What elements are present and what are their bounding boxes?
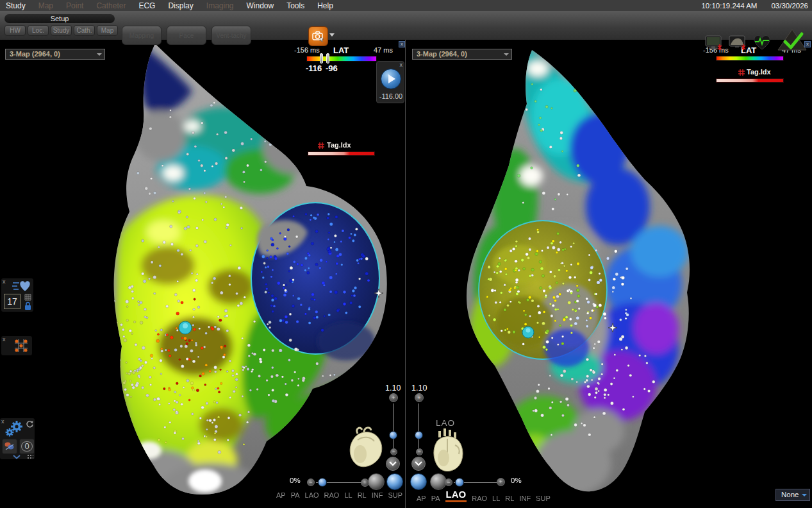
- lock-icon[interactable]: [24, 301, 32, 310]
- widget-expand-chevron-icon[interactable]: [13, 455, 21, 459]
- reset-rotation-icon[interactable]: [26, 420, 34, 428]
- chevron-down-icon: [389, 461, 397, 466]
- orient-sup[interactable]: SUP: [536, 495, 551, 502]
- date-display: 03/30/2026: [771, 2, 808, 10]
- rotate-cursor-icon: [374, 288, 384, 298]
- monitor-status-icon[interactable]: [705, 35, 723, 51]
- setup-button-group: HW Loc. Study Cath. Map: [4, 25, 118, 36]
- orient-ll[interactable]: LL: [492, 495, 500, 502]
- menu-catheter: Catheter: [90, 1, 131, 11]
- pan-minus-button[interactable]: −: [307, 478, 315, 486]
- clip-plane-panel: x -116.00: [376, 61, 404, 103]
- right-map-viewport[interactable]: x 3-Map (2964, 0) -156 ms LAT 47 ms Tag.…: [406, 40, 812, 508]
- tag-idx-label: Tag.Idx: [327, 141, 351, 149]
- catheter-tool-tile[interactable]: [2, 439, 17, 454]
- map-selector-dropdown[interactable]: 3-Map (2964, 0): [412, 49, 512, 60]
- gears-icon[interactable]: [5, 419, 24, 437]
- tag-grid-icon: [738, 69, 745, 76]
- zoom-value: 1.10: [385, 384, 401, 393]
- orient-rl[interactable]: RL: [358, 491, 367, 499]
- menu-study[interactable]: Study: [0, 1, 31, 11]
- snapshot-dropdown-chevron-icon[interactable]: [329, 33, 335, 37]
- orient-rl[interactable]: RL: [505, 495, 514, 502]
- cath-button[interactable]: Cath.: [74, 25, 95, 36]
- pan-slider-handle[interactable]: [318, 478, 327, 487]
- study-button[interactable]: Study: [51, 25, 72, 36]
- menu-ecg[interactable]: ECG: [133, 1, 161, 11]
- orient-inf[interactable]: INF: [372, 491, 383, 499]
- orient-ap[interactable]: AP: [276, 491, 286, 499]
- map-button[interactable]: Map: [97, 25, 118, 36]
- orient-rao[interactable]: RAO: [472, 495, 487, 502]
- right-3d-map[interactable]: [406, 40, 812, 508]
- orient-pa[interactable]: PA: [291, 491, 300, 499]
- zoom-in-button[interactable]: +: [389, 393, 398, 402]
- ecg-heart-status-icon[interactable]: [752, 34, 772, 51]
- settings-widget: x 0: [0, 418, 35, 459]
- menu-display[interactable]: Display: [162, 1, 199, 11]
- imaging-status-icon[interactable]: [729, 35, 747, 51]
- lat-low-slider-handle[interactable]: [320, 53, 323, 64]
- clip-panel-close-button[interactable]: x: [400, 62, 403, 68]
- orient-ap[interactable]: AP: [417, 495, 426, 502]
- pan-value: 0%: [290, 477, 301, 484]
- loc-button[interactable]: Loc.: [28, 25, 49, 36]
- system-check-status-icon[interactable]: [777, 29, 807, 51]
- lat-max-label: 47 ms: [374, 46, 393, 54]
- grid-icon[interactable]: [24, 294, 31, 301]
- tags-widget: x: [1, 336, 32, 355]
- rotation-sphere-button[interactable]: [368, 473, 385, 490]
- zoom-slider-handle[interactable]: [415, 431, 423, 439]
- pan-slider-handle[interactable]: [455, 478, 464, 487]
- orient-inf[interactable]: INF: [519, 495, 531, 502]
- counter-tile[interactable]: 0: [19, 439, 35, 454]
- pan-minus-button[interactable]: −: [445, 478, 452, 486]
- viewport-close-button[interactable]: x: [399, 41, 405, 47]
- vent-tachy-module-button: Vent-tachy: [211, 26, 251, 45]
- zoom-collapse-button[interactable]: [386, 457, 400, 471]
- orient-pa[interactable]: PA: [431, 495, 440, 502]
- lat-high-slider-handle[interactable]: [326, 53, 329, 64]
- zoom-collapse-button[interactable]: [411, 457, 426, 471]
- lat-color-scale[interactable]: [306, 56, 377, 62]
- menu-tools[interactable]: Tools: [281, 1, 310, 11]
- orient-lao-active[interactable]: LAO: [445, 489, 467, 502]
- play-button[interactable]: [381, 69, 401, 89]
- heart-orientation-icon[interactable]: [345, 425, 385, 472]
- zoom-out-button[interactable]: −: [416, 448, 423, 455]
- orient-rao[interactable]: RAO: [324, 491, 340, 499]
- globe-orientation-button[interactable]: [410, 473, 427, 490]
- settings-widget-close-button[interactable]: x: [1, 418, 4, 425]
- pan-value: 0%: [511, 477, 522, 484]
- orientation-bar: AP PA LAO RAO LL RL INF SUP: [276, 491, 402, 499]
- orient-ll[interactable]: LL: [344, 491, 352, 499]
- left-map-viewport[interactable]: x 3-Map (2964, 0) -156 ms LAT 47 ms -116…: [0, 40, 406, 508]
- fam-threshold-value[interactable]: 17: [4, 294, 21, 309]
- rotate-cursor-icon: [608, 323, 618, 333]
- fast-mapping-heart-icon: [12, 280, 31, 292]
- lat-color-scale[interactable]: [716, 56, 784, 61]
- zoom-slider-handle[interactable]: [389, 431, 397, 439]
- resize-grip[interactable]: [27, 454, 33, 459]
- menu-help[interactable]: Help: [311, 1, 339, 11]
- menu-window[interactable]: Window: [241, 1, 280, 11]
- fam-widget-close-button[interactable]: x: [3, 278, 6, 285]
- clip-value: -116.00: [377, 92, 405, 100]
- setup-tab[interactable]: Setup: [4, 14, 115, 23]
- heart-orientation-icon[interactable]: [429, 427, 467, 475]
- pan-plus-button[interactable]: +: [497, 478, 505, 486]
- map-selector-dropdown[interactable]: 3-Map (2964, 0): [5, 49, 105, 60]
- zoom-in-button[interactable]: +: [415, 393, 424, 402]
- clock: 10:10:19.244 AM 03/30/2026: [701, 2, 812, 10]
- time-display: 10:10:19.244 AM: [701, 2, 757, 10]
- map-visibility-dropdown[interactable]: None: [775, 489, 810, 501]
- orient-lao[interactable]: LAO: [305, 491, 319, 499]
- lat-high-value: -96: [326, 64, 338, 73]
- zoom-out-button[interactable]: −: [390, 448, 397, 455]
- snapshot-button[interactable]: [308, 26, 328, 46]
- hw-button[interactable]: HW: [4, 25, 26, 36]
- tag-dots-grid-icon[interactable]: [14, 339, 28, 353]
- globe-orientation-button[interactable]: [386, 473, 403, 490]
- tags-widget-close-button[interactable]: x: [3, 336, 6, 343]
- orient-sup[interactable]: SUP: [388, 491, 402, 499]
